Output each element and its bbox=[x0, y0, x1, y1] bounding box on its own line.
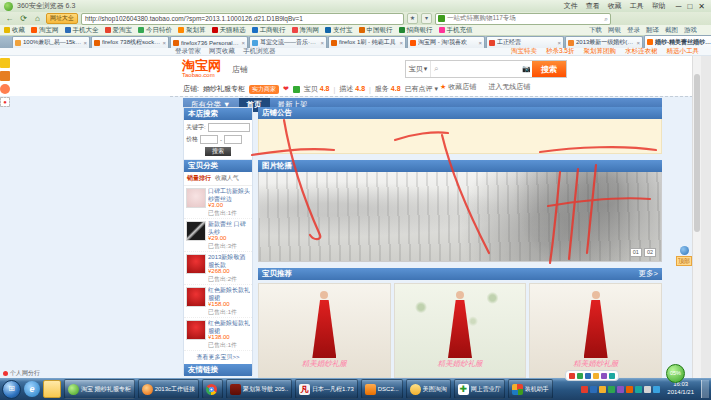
menu-favorites[interactable]: 收藏 bbox=[608, 1, 622, 11]
product-photo[interactable]: 精美婚纱礼服 bbox=[394, 283, 527, 378]
browser-tab[interactable]: firefox 1刷 - 纯霸工具× bbox=[328, 36, 406, 48]
product-list-item[interactable]: 红色新娘长款礼服裙¥158.00已售出:1件 bbox=[184, 285, 252, 318]
promo-link[interactable]: 聚划算团购 bbox=[584, 47, 617, 56]
start-button[interactable]: ⊞ bbox=[2, 380, 21, 399]
recommend-more-link[interactable]: 更多> bbox=[639, 268, 658, 280]
taskbar-button[interactable]: ✚网上营业厅 bbox=[454, 379, 505, 399]
tab-close-icon[interactable]: × bbox=[478, 40, 482, 46]
tool-icon[interactable] bbox=[609, 373, 615, 379]
bookmark-item[interactable]: 手机充值 bbox=[439, 26, 473, 35]
taskbar-button[interactable]: 2013c工作链接 bbox=[138, 379, 199, 399]
quick-link[interactable]: 手机浏览器 bbox=[243, 47, 276, 56]
taskbar-clock[interactable]: 16:03 2014/1/21 bbox=[664, 381, 697, 397]
tool-bank[interactable]: 网银 bbox=[608, 26, 621, 35]
shop-name[interactable]: 婚纱礼服专柜 bbox=[203, 84, 245, 94]
tool-icon[interactable] bbox=[585, 373, 591, 379]
alarm-icon[interactable] bbox=[0, 84, 10, 94]
tool-icon[interactable] bbox=[577, 373, 583, 379]
tray-icon[interactable] bbox=[581, 386, 588, 393]
maximize-button[interactable]: □ bbox=[687, 2, 692, 11]
home-icon[interactable]: ⌂ bbox=[32, 14, 43, 24]
tray-icon[interactable] bbox=[635, 386, 642, 393]
favorite-page-icon[interactable]: ★ bbox=[407, 13, 418, 24]
taskbar-button[interactable]: 聚划算导航 205.. bbox=[226, 379, 292, 399]
tray-icon[interactable] bbox=[608, 386, 615, 393]
taskbar-button[interactable]: 凡日本—凡程1.73 bbox=[295, 379, 358, 399]
minimize-button[interactable]: ─ bbox=[676, 2, 682, 11]
tool-screenshot[interactable]: 截图 bbox=[665, 26, 678, 35]
browser-search-box[interactable]: 一站式特惠购物117专场 ⌕ bbox=[435, 13, 611, 25]
more-products-link[interactable]: 查看更多宝贝>> bbox=[184, 351, 252, 364]
tab-close-icon[interactable]: × bbox=[162, 40, 166, 46]
rank-tab-favorites[interactable]: 收藏人气 bbox=[215, 174, 239, 183]
product-list-item[interactable]: 红色新娘短款礼服裙¥138.00已售出:1件 bbox=[184, 318, 252, 351]
tab-close-icon[interactable]: × bbox=[83, 40, 87, 46]
pager-page-2[interactable]: 02 bbox=[644, 248, 656, 257]
taobao-logo[interactable]: 淘宝网 Taobao.com bbox=[182, 59, 221, 78]
floating-toolbar[interactable] bbox=[565, 370, 619, 381]
product-list-item[interactable]: 新款蕾丝 口碑头纱¥29.00已售出:3件 bbox=[184, 219, 252, 252]
site-nav-badge[interactable]: 网址大全 bbox=[46, 13, 78, 24]
ie-icon[interactable]: e bbox=[24, 381, 40, 397]
page-scrollbar[interactable] bbox=[692, 56, 701, 378]
search-icon[interactable]: ⌕ bbox=[604, 15, 608, 23]
taskbar-button[interactable]: 淘宝 婚纱礼服专柜 bbox=[64, 379, 135, 399]
search-button[interactable]: 搜索 bbox=[532, 61, 566, 77]
price-min-input[interactable] bbox=[200, 135, 218, 144]
tool-login[interactable]: 登录 bbox=[627, 26, 640, 35]
rating-more-link[interactable]: 已有点评 ▾ bbox=[405, 84, 438, 94]
tool-translate[interactable]: 翻译 bbox=[646, 26, 659, 35]
bookmark-item[interactable]: 手机大全 bbox=[65, 26, 99, 35]
bookmark-item[interactable]: 爱淘宝 bbox=[105, 26, 133, 35]
quick-link[interactable]: 网页收藏 bbox=[209, 47, 235, 56]
menu-view[interactable]: 查看 bbox=[586, 1, 600, 11]
tool-icon[interactable] bbox=[601, 373, 607, 379]
tab-close-icon[interactable]: × bbox=[399, 40, 403, 46]
person-icon[interactable] bbox=[0, 71, 10, 81]
bookmark-item[interactable]: 聚划算 bbox=[178, 26, 206, 35]
tray-icon[interactable] bbox=[626, 386, 633, 393]
camera-icon[interactable]: 📷 bbox=[522, 61, 532, 77]
sidebar-search-button[interactable]: 搜索 bbox=[205, 147, 231, 156]
search-category-select[interactable]: 宝贝▾ bbox=[406, 61, 431, 77]
dropdown-icon[interactable]: ▾ bbox=[421, 13, 432, 24]
pin-icon[interactable]: ● bbox=[0, 97, 10, 107]
tool-games[interactable]: 游戏 bbox=[684, 26, 697, 35]
browser-tab[interactable]: 淘宝网 - 淘!我喜欢× bbox=[407, 36, 485, 48]
bookmark-item[interactable]: 海淘网 bbox=[292, 26, 320, 35]
tab-close-icon[interactable]: × bbox=[320, 40, 324, 46]
product-list-item[interactable]: 口碑工坊新娘头纱蕾丝边¥3.00已售出:1件 bbox=[184, 186, 252, 219]
price-max-input[interactable] bbox=[224, 135, 242, 144]
bookmark-item[interactable]: 中国银行 bbox=[359, 26, 393, 35]
promo-link[interactable]: 淘宝特卖 bbox=[511, 47, 537, 56]
tab-close-icon[interactable]: × bbox=[636, 40, 640, 46]
keyword-input[interactable] bbox=[208, 123, 250, 132]
bookmark-item[interactable]: 支付宝 bbox=[325, 26, 353, 35]
promo-link[interactable]: 精选小工具 bbox=[667, 47, 700, 56]
menu-help[interactable]: 帮助 bbox=[652, 1, 666, 11]
product-photo[interactable]: 精美婚纱礼服 bbox=[258, 283, 391, 378]
bookmark-item[interactable]: 今日特价 bbox=[138, 26, 172, 35]
tray-icon[interactable] bbox=[590, 386, 597, 393]
tab-close-icon[interactable]: × bbox=[557, 40, 561, 46]
product-photo[interactable]: 精美婚纱礼服 bbox=[529, 283, 662, 378]
quick-link[interactable]: 登录管家 bbox=[175, 47, 201, 56]
bookmark-item[interactable]: 收藏 bbox=[4, 26, 25, 35]
tray-icon[interactable] bbox=[599, 386, 606, 393]
360-speed-ball[interactable]: 05% bbox=[666, 364, 685, 383]
taskbar-button[interactable]: 装机助手 bbox=[508, 379, 553, 399]
bookmark-item[interactable]: 淘宝网 bbox=[31, 26, 59, 35]
menu-tools[interactable]: 工具 bbox=[630, 1, 644, 11]
promo-link[interactable]: 秒杀3.5折 bbox=[546, 47, 575, 56]
taskbar-button[interactable] bbox=[202, 379, 223, 399]
browser-tab[interactable]: firefox 738线程socks5代理× bbox=[91, 36, 169, 48]
scrollbar-thumb[interactable] bbox=[694, 74, 700, 232]
search-input[interactable]: ⌕ bbox=[431, 61, 522, 77]
rank-tab-sales[interactable]: 销量排行 bbox=[187, 174, 211, 183]
tray-icon[interactable] bbox=[617, 386, 624, 393]
browser-tab[interactable]: 100%兼职_易—15k分享 现:× bbox=[12, 36, 90, 48]
bookmark-item[interactable]: 工商银行 bbox=[252, 26, 286, 35]
back-icon[interactable]: ← bbox=[4, 14, 15, 24]
tab-close-icon[interactable]: × bbox=[241, 40, 245, 46]
taskbar-button[interactable]: DSC2... bbox=[361, 379, 403, 399]
